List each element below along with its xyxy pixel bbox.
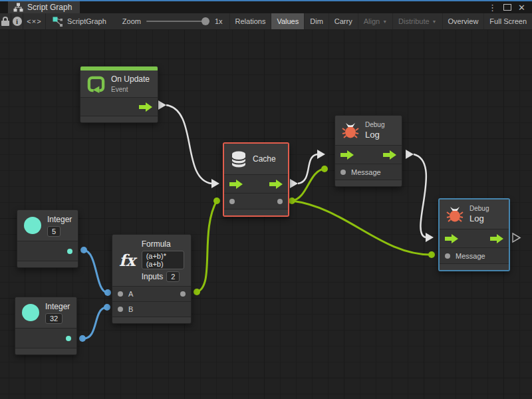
flow-in-arrow xyxy=(426,233,434,242)
flow-in-arrow xyxy=(317,150,325,159)
node-title: Formula xyxy=(142,239,171,249)
wire-cache-message1 xyxy=(292,169,324,201)
full-screen-button[interactable]: Full Screen xyxy=(483,13,532,29)
flow-input-port[interactable] xyxy=(229,180,243,189)
message-input-port[interactable] xyxy=(445,253,450,259)
inputs-label: Inputs xyxy=(142,272,164,281)
value-out-dot xyxy=(194,289,200,295)
node-debug-log-2[interactable]: Debug Log Message xyxy=(438,198,510,271)
value-in-dot xyxy=(213,198,220,204)
wire-cache-message2 xyxy=(292,201,431,255)
wire-formula-cache xyxy=(197,201,217,292)
info-button[interactable]: i xyxy=(11,13,23,29)
node-integer-2[interactable]: Integer 32 xyxy=(15,297,77,355)
lock-icon xyxy=(1,17,9,26)
zoom-slider-handle[interactable] xyxy=(201,17,209,25)
flow-output-port[interactable] xyxy=(383,150,396,160)
wire-int1-formulaA xyxy=(84,250,107,293)
node-footer xyxy=(440,263,509,270)
integer-value-field[interactable]: 5 xyxy=(47,226,61,237)
unconnected-flow-arrow xyxy=(513,233,520,242)
flow-input-port[interactable] xyxy=(340,150,354,160)
bug-icon xyxy=(342,122,359,139)
formula-fx-icon: fx xyxy=(119,251,136,270)
port-label: A xyxy=(128,290,133,298)
lock-button[interactable] xyxy=(0,13,11,29)
chevron-down-icon: ▼ xyxy=(432,19,437,24)
node-footer xyxy=(15,348,76,354)
integer-icon xyxy=(22,304,39,321)
bug-icon xyxy=(446,205,464,223)
node-title: Integer xyxy=(47,215,72,224)
flow-output-port[interactable] xyxy=(139,102,152,112)
node-footer xyxy=(224,209,288,215)
value-in-dot xyxy=(321,166,328,172)
integer-icon xyxy=(24,217,41,234)
graph-reference[interactable]: ScriptGraph xyxy=(46,13,116,29)
maximize-icon[interactable] xyxy=(503,4,511,11)
code-view-button[interactable]: <×> xyxy=(23,13,46,29)
value-output-port[interactable] xyxy=(66,336,71,341)
inputs-count-field[interactable]: 2 xyxy=(166,271,180,282)
window-menu-icon[interactable]: ⋮ xyxy=(488,3,497,12)
code-icon: <×> xyxy=(27,17,41,25)
flow-input-port[interactable] xyxy=(445,234,458,243)
input-b-port[interactable] xyxy=(118,307,123,312)
graph-toolbar: i <×> ScriptGraph Zoom 1x Relations Valu… xyxy=(0,13,532,30)
carry-button[interactable]: Carry xyxy=(329,13,358,29)
align-dropdown[interactable]: Align▼ xyxy=(358,13,392,29)
overview-button[interactable]: Overview xyxy=(442,13,484,29)
node-integer-1[interactable]: Integer 5 xyxy=(17,209,78,268)
node-title-small: Debug xyxy=(469,205,489,212)
graph-canvas[interactable]: On Update Event Cache xyxy=(0,30,532,399)
node-on-update[interactable]: On Update Event xyxy=(80,66,158,123)
integer-value-field[interactable]: 32 xyxy=(45,313,63,324)
value-in-dot xyxy=(428,251,435,258)
title-bar: Script Graph ⋮ ✕ xyxy=(0,0,532,13)
close-icon[interactable]: ✕ xyxy=(518,3,525,12)
value-in-dot xyxy=(104,304,110,311)
graph-icon xyxy=(13,3,23,12)
zoom-slider[interactable] xyxy=(146,21,209,22)
value-output-port[interactable] xyxy=(277,199,283,204)
input-a-port[interactable] xyxy=(118,291,123,297)
value-in-dot xyxy=(104,289,111,296)
wire-int2-formulaB xyxy=(82,307,106,338)
node-footer xyxy=(17,261,78,267)
flow-in-arrow xyxy=(211,179,219,188)
tab-script-graph[interactable]: Script Graph xyxy=(8,1,80,13)
flow-out-arrow xyxy=(158,100,166,110)
distribute-dropdown[interactable]: Distribute▼ xyxy=(392,13,442,29)
graph-name: ScriptGraph xyxy=(67,17,106,25)
wire-debug1-debug2 xyxy=(414,154,426,237)
wire-cache-debug1 xyxy=(298,154,317,184)
node-footer xyxy=(80,116,158,122)
relations-button[interactable]: Relations xyxy=(229,13,271,29)
formula-expression-field[interactable]: (a+b)*(a+b) xyxy=(142,251,184,269)
flow-output-port[interactable] xyxy=(269,180,283,189)
zoom-label: Zoom xyxy=(122,17,141,25)
message-input-port[interactable] xyxy=(340,170,346,175)
node-footer xyxy=(112,317,191,323)
node-subtitle: Event xyxy=(111,86,128,93)
zoom-control: Zoom 1x xyxy=(116,13,229,29)
node-title: Log xyxy=(469,213,484,223)
node-debug-log-1[interactable]: Debug Log Message xyxy=(334,115,402,187)
node-formula[interactable]: fx Formula (a+b)*(a+b) Inputs 2 A B xyxy=(112,234,192,324)
info-icon: i xyxy=(13,17,22,26)
tab-title: Script Graph xyxy=(27,3,72,12)
flow-out-arrow xyxy=(290,179,298,188)
values-button[interactable]: Values xyxy=(271,13,304,29)
value-output-port[interactable] xyxy=(180,291,186,297)
value-out-dot xyxy=(289,198,295,204)
node-title: On Update xyxy=(111,74,150,84)
node-cache[interactable]: Cache xyxy=(223,142,289,217)
value-input-port[interactable] xyxy=(229,199,235,204)
script-graph-window: Script Graph ⋮ ✕ i <×> ScriptGraph xyxy=(0,0,532,399)
wire-onupdate-cache xyxy=(166,105,211,184)
zoom-value: 1x xyxy=(215,17,223,25)
value-output-port[interactable] xyxy=(67,249,72,254)
dim-button[interactable]: Dim xyxy=(304,13,329,29)
value-out-dot xyxy=(79,335,86,342)
flow-output-port[interactable] xyxy=(490,234,503,243)
